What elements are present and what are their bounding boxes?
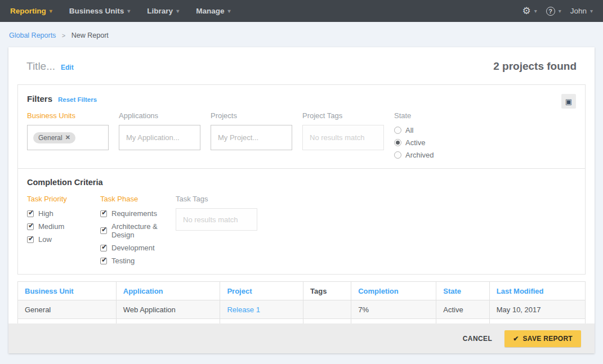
nav-library-label: Library [147, 7, 173, 15]
navbar-right: ⚙ ▾ ? ▾ John ▾ [513, 6, 593, 16]
projects-input[interactable] [211, 125, 292, 150]
completion-criteria-heading: Completion Criteria [27, 178, 576, 187]
settings-menu[interactable]: ⚙ ▾ [522, 6, 537, 16]
task-priority-label: Task Priority [27, 195, 100, 203]
chevron-down-icon: ▾ [50, 8, 52, 14]
task-tags-label: Task Tags [176, 195, 257, 203]
project-tags-field: Project Tags [302, 111, 384, 159]
cell-application: Web Application [116, 300, 220, 319]
nav-item-library[interactable]: Library ▾ [147, 7, 179, 15]
help-menu[interactable]: ? ▾ [546, 7, 561, 16]
state-radio-active[interactable]: Active [394, 138, 434, 147]
report-title: Title... [26, 60, 55, 73]
checkbox-medium[interactable]: Medium [27, 222, 100, 231]
chevron-down-icon: ▾ [227, 8, 230, 14]
column-header-completion[interactable]: Completion [351, 282, 436, 300]
chevron-down-icon: ▾ [127, 8, 130, 14]
checkbox-development[interactable]: Development [100, 244, 176, 252]
chevron-down-icon: ▾ [590, 8, 593, 14]
project-tags-label: Project Tags [302, 111, 384, 120]
business-units-field: Business Units General ✕ [27, 111, 109, 159]
applications-field: Applications [119, 111, 200, 159]
checkbox-checked-icon [27, 236, 34, 243]
card-footer: CANCEL ✔ SAVE REPORT [8, 323, 595, 353]
cell-project: Release 1 [220, 300, 303, 319]
radio-label: Archived [405, 151, 434, 159]
projects-label: Projects [211, 111, 292, 120]
checkbox-checked-icon [100, 245, 107, 251]
checkbox-label: Testing [111, 257, 135, 265]
cell-business-unit: General [18, 300, 117, 319]
column-header-application[interactable]: Application [116, 282, 220, 300]
reset-filters-link[interactable]: Reset Filters [58, 96, 97, 103]
help-icon: ? [546, 7, 555, 16]
check-icon: ✔ [513, 335, 519, 343]
save-report-label: SAVE REPORT [523, 335, 573, 343]
table-header-row: Business Unit Application Project Tags C… [18, 282, 586, 300]
report-card: Title... Edit 2 projects found ▣ Filters… [8, 47, 595, 353]
state-radio-archived[interactable]: Archived [394, 151, 434, 159]
nav-item-manage[interactable]: Manage ▾ [196, 7, 230, 15]
save-report-button[interactable]: ✔ SAVE REPORT [504, 330, 581, 347]
chevron-down-icon: ▾ [534, 8, 537, 14]
breadcrumb-separator: > [62, 32, 65, 39]
project-link[interactable]: Release 1 [227, 305, 260, 314]
task-tags-input [176, 208, 257, 231]
state-label: State [394, 111, 434, 120]
breadcrumb-current: New Report [72, 32, 109, 39]
gear-icon: ⚙ [522, 6, 530, 16]
business-units-input[interactable]: General ✕ [27, 125, 109, 150]
user-menu[interactable]: John ▾ [570, 7, 593, 15]
applications-input[interactable] [119, 125, 200, 150]
nav-reporting-label: Reporting [10, 7, 46, 15]
state-field: State All Active Archived [394, 111, 434, 159]
radio-selected-icon [394, 139, 401, 146]
projects-found-count: 2 projects found [493, 60, 577, 73]
nav-manage-label: Manage [196, 7, 224, 15]
collapse-filters-button[interactable]: ▣ [561, 94, 576, 109]
checkbox-architecture-design[interactable]: Architecture & Design [100, 222, 176, 239]
checkbox-checked-icon [100, 227, 107, 234]
column-header-state[interactable]: State [436, 282, 490, 300]
cell-last-modified: May 10, 2017 [489, 300, 585, 319]
breadcrumb: Global Reports > New Report [0, 22, 603, 47]
checkbox-checked-icon [27, 210, 34, 217]
chip-label: General [38, 134, 62, 142]
checkbox-low[interactable]: Low [27, 235, 100, 244]
task-phase-label: Task Phase [100, 195, 176, 203]
collapse-icon: ▣ [565, 98, 572, 105]
nav-item-business-units[interactable]: Business Units ▾ [69, 7, 131, 15]
chip-general: General ✕ [33, 132, 75, 143]
checkbox-checked-icon [100, 258, 107, 264]
state-radio-group: All Active Archived [394, 126, 434, 159]
radio-label: Active [405, 138, 425, 147]
applications-label: Applications [119, 111, 200, 120]
filters-section: Filters Reset Filters Business Units Gen… [18, 85, 585, 168]
top-navbar: Reporting ▾ Business Units ▾ Library ▾ M… [0, 0, 603, 22]
question-glyph: ? [548, 8, 552, 15]
cell-state: Active [436, 300, 490, 319]
column-header-last-modified[interactable]: Last Modified [489, 282, 585, 300]
checkbox-high[interactable]: High [27, 209, 100, 218]
radio-label: All [405, 126, 413, 134]
cell-completion: 7% [351, 300, 436, 319]
nav-item-reporting[interactable]: Reporting ▾ [10, 7, 52, 15]
projects-field: Projects [211, 111, 292, 159]
checkbox-checked-icon [27, 223, 34, 230]
checkbox-requirements[interactable]: Requirements [100, 209, 176, 218]
card-header: Title... Edit 2 projects found [8, 47, 595, 73]
breadcrumb-global-reports[interactable]: Global Reports [9, 32, 56, 39]
task-phase-field: Task Phase Requirements Architecture & D… [100, 195, 176, 265]
remove-chip-icon[interactable]: ✕ [65, 134, 70, 141]
checkbox-label: Low [38, 235, 52, 244]
edit-title-link[interactable]: Edit [61, 64, 74, 71]
column-header-project[interactable]: Project [220, 282, 303, 300]
checkbox-label: Medium [38, 222, 64, 231]
user-name: John [570, 7, 587, 15]
business-units-label: Business Units [27, 111, 109, 120]
cancel-button[interactable]: CANCEL [463, 335, 492, 343]
checkbox-testing[interactable]: Testing [100, 257, 176, 265]
column-header-business-unit[interactable]: Business Unit [18, 282, 117, 300]
radio-icon [394, 151, 401, 159]
state-radio-all[interactable]: All [394, 126, 434, 134]
